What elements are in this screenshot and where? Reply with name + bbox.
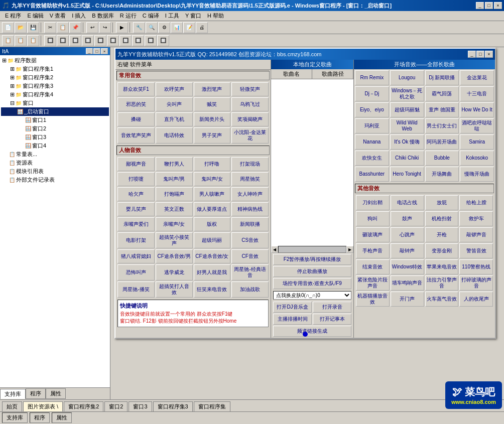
sound-funny-laugh[interactable]: 超搞笑小接笑声 [156, 232, 193, 248]
sound-ghost-female[interactable]: 鬼叫声/女 [194, 172, 231, 186]
sound-siren[interactable]: 警笛音效 [459, 243, 493, 258]
song-dominate[interactable]: 霸气回荡 [425, 86, 459, 101]
song-nanana[interactable]: Nanana [355, 134, 389, 150]
sound-fight[interactable]: 打架现场 [231, 157, 269, 171]
stop-song-btn[interactable]: 停止歌曲播放 [273, 266, 351, 277]
tb-btn6[interactable]: 🔍 [146, 22, 158, 33]
tree-item-window-set4[interactable]: ⊞ 📁 窗口程序集4 [1, 90, 109, 99]
sound-busy-tone[interactable]: 电话占线 [391, 195, 424, 210]
tb2-btn8[interactable]: 🔲 [94, 35, 106, 46]
sound-heartbeat[interactable]: 心跳声 [391, 227, 424, 242]
sound-pig-carry[interactable]: 猪八戒背媳妇 [117, 249, 155, 263]
tree-item-modules[interactable]: 📋 模块引用表 [1, 167, 109, 176]
sound-end[interactable]: 结束音效 [356, 259, 390, 274]
venue-btn[interactable]: 场控专用音效-巡查大队/F9 [273, 278, 351, 289]
sound-ghost-male[interactable]: 鬼叫声/男 [156, 172, 193, 186]
sound-scream[interactable]: 尖叫声 [156, 97, 193, 111]
song-opening-dance[interactable]: 开场舞曲 [425, 167, 459, 182]
sound-bump[interactable]: 搡碰 [117, 112, 155, 126]
sound-good-man[interactable]: 好男人就是我 [194, 264, 231, 280]
tb2-btn5[interactable]: 🔲 [57, 35, 69, 46]
sound-crow[interactable]: 乌鸦飞过 [231, 97, 269, 111]
sound-snicker[interactable]: 贼笑 [194, 97, 231, 111]
sound-cs[interactable]: CS音效 [231, 232, 269, 248]
tree-item-external-files[interactable]: 📋 外部文件记录表 [1, 176, 109, 184]
minimize-button[interactable]: _ [476, 2, 484, 9]
sound-hotline[interactable]: 精神病热线 [231, 202, 269, 216]
tree-item-constants[interactable]: 📋 常量表... [1, 150, 109, 159]
menu-help[interactable]: H 帮助 [204, 11, 227, 21]
tb-btn10[interactable]: 🖨 [196, 22, 208, 33]
sound-xiaoyang[interactable]: 小沈阳-金达莱花 [231, 127, 269, 144]
song-rm-remix[interactable]: Rm Remix [355, 70, 389, 85]
menu-insert[interactable]: I 插入 [69, 11, 89, 21]
tb2-btn6[interactable]: 🔲 [69, 35, 81, 46]
tree-item-window3[interactable]: 🪟 窗口3 [1, 133, 109, 142]
sound-fart[interactable]: 放屁 [425, 195, 459, 210]
menu-edit[interactable]: E 编辑 [24, 11, 46, 21]
tb-btn7[interactable]: ⚙ [158, 22, 170, 33]
sound-tense[interactable]: 紧张危险片段声音 [356, 275, 390, 291]
sound-cf-kill-male[interactable]: CF途杀音效/男 [156, 249, 193, 263]
tree-item-window[interactable]: ⊟ 📁 窗口 [1, 99, 109, 107]
sound-cough-man[interactable]: 男人咳嗽声 [194, 187, 231, 201]
maximize-button[interactable]: □ [485, 2, 493, 9]
sound-truant[interactable]: 逃学威龙 [156, 264, 193, 280]
status-program[interactable]: 程序 [30, 412, 50, 423]
tab-properties[interactable]: 属性 [46, 388, 66, 399]
song-eiyo[interactable]: Eiyo、eiyo [355, 102, 389, 117]
sound-tail[interactable]: 人的收尾声 [459, 292, 493, 307]
sound-whip-man[interactable]: 鞭打男人 [156, 157, 193, 171]
sound-glass-break[interactable]: 砸玻璃声 [356, 227, 390, 242]
menu-database[interactable]: B 数据库 [89, 11, 116, 21]
left-panel-float-btn[interactable]: □ [93, 48, 100, 54]
song-dj-news[interactable]: Dj 新闻联播 [425, 70, 459, 85]
sound-110[interactable]: 110警察热线 [459, 259, 493, 274]
sound-doraemon[interactable]: 机器猫播放音效 [356, 292, 390, 307]
sound-cf-kill-female[interactable]: CF途杀音效/女 [194, 249, 231, 263]
menu-tools[interactable]: I 工具 [162, 11, 182, 21]
paste-button[interactable]: 📌 [69, 22, 81, 33]
sound-cheer[interactable]: 欢呼笑声 [156, 82, 193, 96]
tab-window3[interactable]: 窗口3 [129, 401, 152, 411]
song-happy-girl[interactable]: 欢快女生 [355, 151, 389, 166]
sound-baby-laugh[interactable]: 婴儿笑声 [117, 202, 155, 216]
tb2-btn12[interactable]: 🔲 [145, 35, 157, 46]
song-lougou[interactable]: Lougou [390, 70, 424, 85]
sound-transformer[interactable]: 变形金刚 [425, 243, 459, 258]
sound-drum[interactable]: 鼓声 [391, 211, 424, 226]
song-kokosoko[interactable]: Kokosoko [460, 151, 494, 166]
sound-gong[interactable]: 敲锣声音 [459, 227, 493, 242]
sound-snore[interactable]: 打呼噜 [194, 157, 231, 171]
sound-apple-ring[interactable]: 苹果来电音效 [425, 259, 459, 274]
sound-chow-classic[interactable]: 周星驰-经典语音 [231, 264, 269, 280]
sound-funny-hit[interactable]: 超搞笑打人音效 [156, 281, 193, 298]
song-thirteen[interactable]: 十三电音 [460, 86, 494, 101]
f2-pause-btn[interactable]: F2暂停播放/再按继续播放 [273, 254, 351, 265]
sound-sneeze[interactable]: 打喷嚏 [117, 172, 155, 186]
song-basshunter[interactable]: Basshunter [355, 167, 389, 182]
song-chiki[interactable]: Chiki Chiki [390, 151, 424, 166]
sound-man-laugh[interactable]: 男子笑声 [194, 127, 231, 144]
tb2-btn7[interactable]: 🔲 [82, 35, 94, 46]
sound-cheer-song[interactable]: 加油战歌 [231, 281, 269, 298]
tree-item-program-data[interactable]: ⊞ 📁 程序数据 [1, 56, 109, 65]
tab-start[interactable]: 始页 [2, 401, 22, 411]
song-how-we-do[interactable]: How We Do It [460, 102, 494, 117]
sound-crowd-laugh[interactable]: 群众欢笑F1 [117, 82, 155, 96]
sound-kiss[interactable]: 亲嘴声爱们 [117, 217, 155, 231]
tree-item-window-set3[interactable]: ⊞ 📁 窗口程序集3 [1, 82, 109, 90]
notepad-btn[interactable]: 打开记事本 [313, 314, 351, 325]
tab-window-set3[interactable]: 窗口程序集3 [153, 401, 193, 411]
sound-copyright[interactable]: 版权 [194, 217, 231, 231]
sound-chow-laugh2[interactable]: 周星驰-播笑 [117, 281, 155, 298]
song-ladies-men[interactable]: 男士们女士们 [425, 118, 459, 133]
left-panel-close-btn[interactable]: × [101, 48, 108, 54]
songs-list[interactable] [271, 79, 353, 246]
tree-item-window-set1[interactable]: ⊞ 📁 窗口程序集1 [1, 65, 109, 73]
scroll-track[interactable] [278, 246, 346, 253]
sound-load-gun[interactable]: 给枪上膛 [459, 195, 493, 210]
tree-item-startup-window[interactable]: 🪟 _启动窗口 [1, 107, 109, 116]
sound-smash-glass[interactable]: 打碎玻璃的声音 [459, 275, 493, 291]
sound-train-steam[interactable]: 火车蒸气音效 [425, 292, 459, 307]
